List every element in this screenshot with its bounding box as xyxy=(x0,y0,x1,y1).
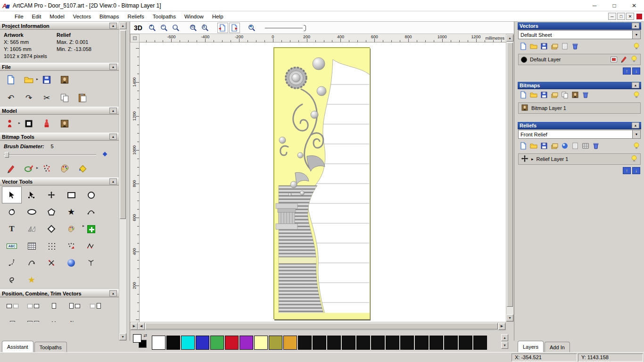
menu-file[interactable]: File xyxy=(10,13,28,20)
sheet-selector[interactable]: Default Sheet ▼ xyxy=(518,30,641,39)
relief-selector[interactable]: Front Relief ▼ xyxy=(518,130,641,139)
move-vector-layer-up-button[interactable]: ↑ xyxy=(623,67,631,75)
save-model-icon[interactable] xyxy=(41,74,53,86)
vector-wizard-tool[interactable]: ★ xyxy=(22,271,41,288)
palette-swatch-21[interactable] xyxy=(459,336,472,350)
import-model-icon[interactable] xyxy=(58,74,71,86)
align-bottom-tool[interactable] xyxy=(64,299,85,313)
weld-vectors-tool[interactable] xyxy=(43,316,64,322)
flood-fill-tool-icon[interactable] xyxy=(76,162,89,175)
canvas-scroll-right-button[interactable]: ▶ xyxy=(498,323,505,330)
palette-swatch-2[interactable] xyxy=(181,336,195,350)
zoom-rectangle-icon[interactable]: ▭ xyxy=(188,23,199,33)
layer-color-assign-icon[interactable] xyxy=(611,57,617,62)
transform-vectors-tool[interactable] xyxy=(41,186,61,203)
menu-model[interactable]: Model xyxy=(45,13,68,20)
relief-dropdown-icon[interactable]: ▼ xyxy=(632,130,640,138)
move-relief-layer-down-button[interactable]: ↓ xyxy=(632,167,640,174)
snap-points-tool[interactable] xyxy=(61,237,81,254)
trim-vectors-tool[interactable] xyxy=(41,254,61,271)
canvas-scroll-up-button[interactable]: ▲ xyxy=(506,34,513,42)
select-vectors-tool[interactable] xyxy=(2,186,22,203)
shear-vectors-tool[interactable] xyxy=(22,220,41,237)
open-model-icon[interactable]: ▸ xyxy=(23,74,35,86)
palette-swatch-17[interactable] xyxy=(400,336,414,350)
delete-relief-layer-icon[interactable] xyxy=(592,142,600,151)
duplicate-bitmap-layer-icon[interactable] xyxy=(561,91,569,100)
assistant-scroll-down-button[interactable]: ▼ xyxy=(119,333,126,340)
merge-relief-layers-icon[interactable] xyxy=(551,142,558,151)
menu-window[interactable]: Window xyxy=(180,13,208,20)
freehand-vector-tool[interactable] xyxy=(2,203,22,220)
palette-swatch-13[interactable] xyxy=(342,336,355,350)
copy-icon[interactable] xyxy=(58,92,71,104)
zoom-page-icon[interactable] xyxy=(171,23,182,33)
paste-along-curve-tool[interactable] xyxy=(41,237,61,254)
relief-layer-expand-icon[interactable]: ▸ xyxy=(531,157,534,161)
draw-shape-tool-icon[interactable]: ▸ xyxy=(23,162,35,175)
fit-polyline-tool[interactable] xyxy=(81,237,101,254)
collapse-model-button[interactable]: ▲ xyxy=(109,108,117,114)
mdi-close-button[interactable]: ✕ xyxy=(626,13,634,20)
previous-view-icon[interactable]: ◂ xyxy=(247,23,257,33)
file-section-header[interactable]: File ▲ xyxy=(0,63,119,71)
collapse-position-button[interactable]: ▲ xyxy=(109,290,117,296)
new-vector-layer-icon[interactable] xyxy=(520,42,527,51)
swap-colors-icon[interactable]: ⇄ xyxy=(143,333,147,338)
palette-swatch-9[interactable] xyxy=(283,336,297,350)
project-information-header[interactable]: Project Information ▲ xyxy=(0,22,119,30)
minimize-button[interactable]: ─ xyxy=(585,0,604,11)
palette-scroll-down-button[interactable]: ▼ xyxy=(501,342,508,349)
open-vector-layer-icon[interactable] xyxy=(530,42,537,51)
menu-reliefs[interactable]: Reliefs xyxy=(124,13,149,20)
model-section-header[interactable]: Model ▲ xyxy=(0,107,119,115)
menu-help[interactable]: Help xyxy=(208,13,228,20)
bitmap-merge-mode-icon[interactable] xyxy=(571,91,579,100)
tab-layers[interactable]: Layers xyxy=(518,341,544,352)
canvas-scroll-down-button[interactable]: ▼ xyxy=(506,314,513,321)
menu-toolpaths[interactable]: Toolpaths xyxy=(149,13,180,20)
open-relief-layer-icon[interactable] xyxy=(530,142,537,151)
view-fade-slider[interactable] xyxy=(265,23,308,33)
zoom-to-selection-icon[interactable]: ▸ xyxy=(229,23,240,33)
create-polygon-tool[interactable] xyxy=(41,203,61,220)
pane-split-button[interactable]: ▶ xyxy=(131,323,138,330)
save-relief-layer-icon[interactable] xyxy=(540,142,548,151)
move-vector-layer-down-button[interactable]: ↓ xyxy=(632,67,640,75)
stamp-icon[interactable] xyxy=(41,118,53,130)
sheet-dropdown-icon[interactable]: ▼ xyxy=(632,31,640,39)
palette-swatch-10[interactable] xyxy=(298,336,312,350)
assistant-scroll-thumb[interactable] xyxy=(120,30,126,219)
palette-tool-icon[interactable] xyxy=(58,162,71,175)
open-bitmap-layer-icon[interactable] xyxy=(530,91,537,100)
merge-bitmap-layers-icon[interactable] xyxy=(551,91,558,100)
bitmap-layer-row[interactable]: Bitmap Layer 1 xyxy=(518,102,641,114)
palette-swatch-19[interactable] xyxy=(429,336,443,350)
palette-swatch-11[interactable] xyxy=(313,336,326,350)
load-image-icon[interactable] xyxy=(58,118,71,130)
vectors-section-header[interactable]: Vectors ▲ xyxy=(518,22,641,30)
paint-tool-icon[interactable] xyxy=(5,162,17,175)
zoom-fit-icon[interactable]: 1 xyxy=(200,23,211,33)
cut-icon[interactable]: ✂ xyxy=(41,92,53,104)
collapse-vectors-button[interactable]: ▲ xyxy=(632,23,639,29)
switch-3d-view-button[interactable]: 3D xyxy=(134,24,142,32)
palette-swatch-8[interactable] xyxy=(269,336,282,350)
vector-tools-header[interactable]: Vector Tools ▲ xyxy=(0,177,119,185)
new-bitmap-layer-icon[interactable] xyxy=(520,91,527,100)
vector-layer-visibility-icon[interactable] xyxy=(630,55,638,64)
relief-3d-preview-icon[interactable] xyxy=(561,142,569,151)
palette-swatch-0[interactable] xyxy=(152,336,165,350)
toggle-all-bitmaps-visibility-icon[interactable] xyxy=(633,91,640,100)
vector-sheet-icon[interactable] xyxy=(561,42,569,51)
zoom-to-drawing-icon[interactable]: ◂ xyxy=(217,23,228,33)
create-arc-tool[interactable] xyxy=(81,203,101,220)
palette-swatch-5[interactable] xyxy=(225,336,239,350)
assistant-scrollbar[interactable]: ▲ ▼ xyxy=(119,22,127,341)
move-relief-layer-up-button[interactable]: ↑ xyxy=(623,167,631,174)
center-vectors-tool[interactable] xyxy=(85,299,106,313)
palette-swatch-7[interactable] xyxy=(254,336,268,350)
paste-icon[interactable] xyxy=(76,92,89,104)
relief-layer-transform-icon[interactable] xyxy=(521,155,528,163)
palette-swatch-3[interactable] xyxy=(196,336,209,350)
